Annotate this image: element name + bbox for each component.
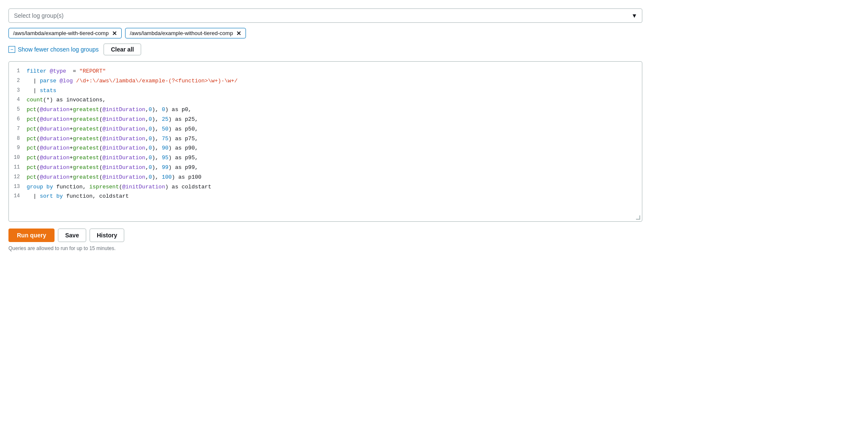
line-num-2: 2 [9, 77, 27, 86]
log-group-select-input[interactable]: Select log group(s) [8, 8, 642, 23]
show-fewer-link[interactable]: − Show fewer chosen log groups [8, 46, 98, 53]
code-line-10: 10 pct(@duration+greatest(@initDuration,… [9, 153, 642, 163]
code-line-6: 6 pct(@duration+greatest(@initDuration,0… [9, 115, 642, 125]
line-content-10: pct(@duration+greatest(@initDuration,0),… [27, 154, 642, 163]
line-num-5: 5 [9, 106, 27, 114]
code-line-9: 9 pct(@duration+greatest(@initDuration,0… [9, 144, 642, 153]
controls-row: − Show fewer chosen log groups Clear all [8, 44, 642, 55]
log-group-tags: /aws/lambda/example-with-tiered-comp ✕ /… [8, 28, 642, 38]
line-num-12: 12 [9, 173, 27, 182]
line-num-13: 13 [9, 183, 27, 192]
line-content-9: pct(@duration+greatest(@initDuration,0),… [27, 144, 642, 153]
tag-2-text: /aws/lambda/example-without-tiered-comp [130, 30, 233, 36]
main-container: Select log group(s) ▼ /aws/lambda/exampl… [8, 8, 642, 251]
code-line-2: 2 | parse @log /\d+:\/aws\/lambda\/examp… [9, 76, 642, 86]
tag-2-close-button[interactable]: ✕ [236, 30, 241, 36]
code-line-1: 1 filter @type = "REPORT" [9, 67, 642, 76]
clear-all-button[interactable]: Clear all [104, 44, 141, 55]
show-fewer-label: Show fewer chosen log groups [18, 46, 98, 53]
code-line-8: 8 pct(@duration+greatest(@initDuration,0… [9, 134, 642, 144]
tag-1-close-button[interactable]: ✕ [112, 30, 117, 36]
code-line-12: 12 pct(@duration+greatest(@initDuration,… [9, 173, 642, 182]
line-num-10: 10 [9, 154, 27, 163]
run-query-button[interactable]: Run query [8, 229, 55, 242]
line-content-1: filter @type = "REPORT" [27, 67, 642, 76]
log-group-selector: Select log group(s) ▼ [8, 8, 642, 23]
tag-1-text: /aws/lambda/example-with-tiered-comp [13, 30, 109, 36]
code-line-13: 13 group by function, ispresent(@initDur… [9, 182, 642, 192]
action-buttons: Run query Save History [8, 229, 642, 242]
line-num-3: 3 [9, 87, 27, 95]
line-num-14: 14 [9, 192, 27, 201]
line-content-12: pct(@duration+greatest(@initDuration,0),… [27, 173, 642, 182]
line-content-2: | parse @log /\d+:\/aws\/lambda\/example… [27, 77, 642, 86]
show-fewer-icon: − [8, 46, 15, 53]
line-content-11: pct(@duration+greatest(@initDuration,0),… [27, 163, 642, 172]
save-button[interactable]: Save [58, 229, 86, 242]
code-line-14: 14 | sort by function, coldstart [9, 192, 642, 201]
hint-text: Queries are allowed to run for up to 15 … [8, 245, 642, 251]
line-content-7: pct(@duration+greatest(@initDuration,0),… [27, 125, 642, 134]
line-num-9: 9 [9, 144, 27, 153]
log-group-tag-2: /aws/lambda/example-without-tiered-comp … [125, 28, 246, 38]
line-content-4: count(*) as invocations, [27, 96, 642, 105]
code-editor[interactable]: 1 filter @type = "REPORT" 2 | parse @log… [8, 61, 642, 222]
line-num-8: 8 [9, 135, 27, 144]
code-line-11: 11 pct(@duration+greatest(@initDuration,… [9, 163, 642, 173]
line-num-6: 6 [9, 115, 27, 124]
history-button[interactable]: History [90, 229, 124, 242]
line-content-3: | stats [27, 87, 642, 95]
line-content-14: | sort by function, coldstart [27, 192, 642, 201]
code-line-4: 4 count(*) as invocations, [9, 95, 642, 105]
line-content-6: pct(@duration+greatest(@initDuration,0),… [27, 115, 642, 124]
code-line-3: 3 | stats [9, 86, 642, 96]
line-num-4: 4 [9, 96, 27, 105]
line-content-8: pct(@duration+greatest(@initDuration,0),… [27, 135, 642, 144]
log-group-tag-1: /aws/lambda/example-with-tiered-comp ✕ [8, 28, 122, 38]
code-line-5: 5 pct(@duration+greatest(@initDuration,0… [9, 105, 642, 115]
resize-handle[interactable] [636, 215, 640, 220]
line-num-1: 1 [9, 67, 27, 76]
line-content-5: pct(@duration+greatest(@initDuration,0),… [27, 106, 642, 114]
line-num-7: 7 [9, 125, 27, 134]
line-content-13: group by function, ispresent(@initDurati… [27, 183, 642, 192]
code-line-7: 7 pct(@duration+greatest(@initDuration,0… [9, 125, 642, 134]
line-num-11: 11 [9, 163, 27, 172]
